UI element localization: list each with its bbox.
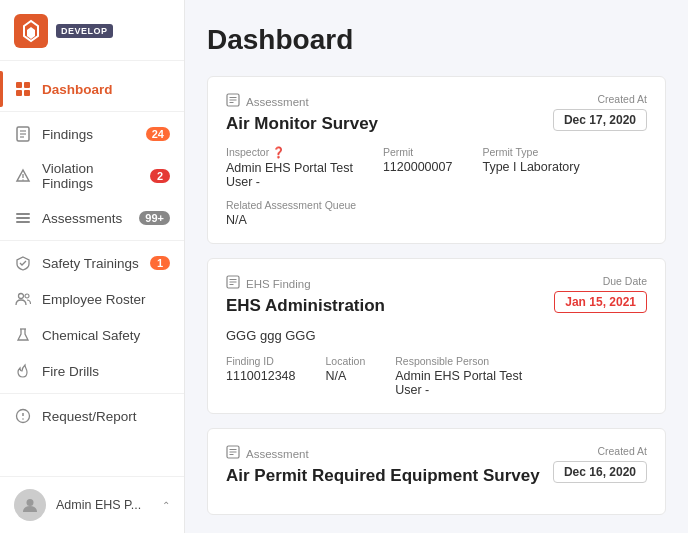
user-footer[interactable]: Admin EHS P... ⌃	[0, 476, 184, 533]
sidebar-item-label-employee-roster: Employee Roster	[42, 292, 170, 307]
card2-responsible-value: Admin EHS Portal TestUser -	[395, 369, 522, 397]
assessment2-type-icon	[226, 445, 240, 462]
card2-finding-id-value: 1110012348	[226, 369, 296, 383]
card3-type-row: Assessment	[226, 445, 540, 462]
svg-point-20	[27, 499, 34, 506]
card1-permit-label: Permit	[383, 146, 453, 158]
card2-left: EHS Finding EHS Administration	[226, 275, 385, 328]
svg-rect-3	[16, 90, 22, 96]
ehs-finding-type-icon	[226, 275, 240, 292]
card1-permit-type-value: Type I Laboratory	[482, 160, 579, 174]
sidebar-item-safety-trainings[interactable]: Safety Trainings 1	[0, 245, 184, 281]
sidebar-item-assessments[interactable]: Assessments 99+	[0, 200, 184, 236]
fire-drills-icon	[14, 362, 32, 380]
card2-date-label: Due Date	[603, 275, 647, 287]
dashboard-icon	[14, 80, 32, 98]
svg-rect-11	[16, 213, 30, 215]
card3-date-label: Created At	[597, 445, 647, 457]
card1-inspector-label: Inspector ❓	[226, 146, 353, 159]
card1-left: Assessment Air Monitor Survey	[226, 93, 378, 146]
card1-field-permit: Permit 1120000007	[383, 146, 453, 189]
dev-badge: DEVELOP	[56, 24, 113, 38]
card2-header: EHS Finding EHS Administration Due Date …	[226, 275, 647, 328]
sidebar-item-label-assessments: Assessments	[42, 211, 129, 226]
violation-icon	[14, 167, 32, 185]
card1-fields: Inspector ❓ Admin EHS Portal TestUser - …	[226, 146, 647, 189]
card2-title: EHS Administration	[226, 296, 385, 316]
violation-badge: 2	[150, 169, 170, 183]
svg-point-19	[22, 418, 24, 420]
card2-field-responsible: Responsible Person Admin EHS Portal Test…	[395, 355, 522, 397]
sidebar-item-request-report[interactable]: Request/Report	[0, 398, 184, 434]
card2-type-row: EHS Finding	[226, 275, 385, 292]
nav-divider-1	[0, 111, 184, 112]
card-air-permit-survey: Assessment Air Permit Required Equipment…	[207, 428, 666, 515]
sidebar-item-label-fire-drills: Fire Drills	[42, 364, 170, 379]
svg-rect-12	[16, 217, 30, 219]
sidebar-item-fire-drills[interactable]: Fire Drills	[0, 353, 184, 389]
card1-field-queue: Related Assessment Queue N/A	[226, 199, 647, 227]
logo-area: DEVELOP	[0, 0, 184, 61]
card1-title: Air Monitor Survey	[226, 114, 378, 134]
safety-trainings-icon	[14, 254, 32, 272]
card3-type-label: Assessment	[246, 448, 309, 460]
card1-date-label: Created At	[597, 93, 647, 105]
salute-logo-icon	[14, 14, 48, 48]
sidebar-item-label-findings: Findings	[42, 127, 136, 142]
card3-date-badge: Dec 16, 2020	[553, 461, 647, 483]
nav-divider-2	[0, 240, 184, 241]
card2-location-value: N/A	[326, 369, 366, 383]
card3-title: Air Permit Required Equipment Survey	[226, 466, 540, 486]
sidebar-item-label-dashboard: Dashboard	[42, 82, 170, 97]
sidebar-item-employee-roster[interactable]: Employee Roster	[0, 281, 184, 317]
card1-field-inspector: Inspector ❓ Admin EHS Portal TestUser -	[226, 146, 353, 189]
employee-roster-icon	[14, 290, 32, 308]
svg-point-14	[19, 294, 24, 299]
safety-trainings-badge: 1	[150, 256, 170, 270]
sidebar-item-chemical-safety[interactable]: Chemical Safety	[0, 317, 184, 353]
card2-description: GGG ggg GGG	[226, 328, 647, 343]
main-content: Dashboard Assessment Air Monitor Surv	[185, 0, 688, 533]
findings-icon	[14, 125, 32, 143]
svg-rect-13	[16, 221, 30, 223]
card2-field-location: Location N/A	[326, 355, 366, 397]
card1-extra-fields: Related Assessment Queue N/A	[226, 199, 647, 227]
card2-date-badge: Jan 15, 2021	[554, 291, 647, 313]
card3-date-block: Created At Dec 16, 2020	[553, 445, 647, 483]
card3-header: Assessment Air Permit Required Equipment…	[226, 445, 647, 498]
svg-rect-4	[24, 90, 30, 96]
card3-left: Assessment Air Permit Required Equipment…	[226, 445, 540, 498]
sidebar: DEVELOP Dashboard	[0, 0, 185, 533]
sidebar-item-dashboard[interactable]: Dashboard	[0, 71, 184, 107]
card2-responsible-label: Responsible Person	[395, 355, 522, 367]
assessment-type-icon	[226, 93, 240, 110]
card1-field-permit-type: Permit Type Type I Laboratory	[482, 146, 579, 189]
nav-divider-3	[0, 393, 184, 394]
svg-rect-2	[24, 82, 30, 88]
card1-permit-type-label: Permit Type	[482, 146, 579, 158]
assessments-icon	[14, 209, 32, 227]
svg-point-10	[22, 179, 23, 180]
sidebar-item-violation-findings[interactable]: Violation Findings 2	[0, 152, 184, 200]
chevron-up-icon: ⌃	[162, 500, 170, 511]
sidebar-item-label-chemical-safety: Chemical Safety	[42, 328, 170, 343]
card2-type-label: EHS Finding	[246, 278, 311, 290]
sidebar-nav: Dashboard Findings 24	[0, 61, 184, 476]
assessments-badge: 99+	[139, 211, 170, 225]
card2-location-label: Location	[326, 355, 366, 367]
card2-date-block: Due Date Jan 15, 2021	[554, 275, 647, 313]
card-air-monitor-survey: Assessment Air Monitor Survey Created At…	[207, 76, 666, 244]
card2-fields: Finding ID 1110012348 Location N/A Respo…	[226, 355, 647, 397]
request-report-icon	[14, 407, 32, 425]
svg-rect-1	[16, 82, 22, 88]
sidebar-item-label-violation: Violation Findings	[42, 161, 140, 191]
footer-username: Admin EHS P...	[56, 498, 152, 512]
sidebar-item-findings[interactable]: Findings 24	[0, 116, 184, 152]
card1-permit-value: 1120000007	[383, 160, 453, 174]
svg-point-15	[25, 294, 29, 298]
card1-inspector-value: Admin EHS Portal TestUser -	[226, 161, 353, 189]
card1-type-label: Assessment	[246, 96, 309, 108]
card1-queue-value: N/A	[226, 213, 647, 227]
findings-badge: 24	[146, 127, 170, 141]
card1-header: Assessment Air Monitor Survey Created At…	[226, 93, 647, 146]
